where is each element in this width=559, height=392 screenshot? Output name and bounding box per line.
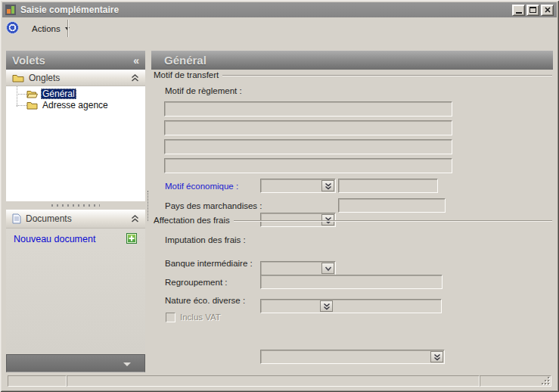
vertical-splitter-handle[interactable] (148, 191, 148, 221)
folder-icon (26, 101, 38, 110)
transfer-group-title: Motif de transfert (154, 70, 552, 79)
dialog-window: Saisie complémentaire Actions Volets « O… (0, 0, 559, 392)
close-icon (545, 7, 551, 13)
nature-eco-diverse-combobox[interactable] (260, 350, 445, 364)
resize-grip-icon[interactable] (542, 377, 551, 386)
documents-label: Documents (26, 213, 72, 224)
tree-connector (17, 94, 26, 95)
motif-reglement-input-4[interactable] (164, 158, 452, 173)
sidebar-header: Volets « (6, 51, 145, 70)
onglets-label: Onglets (29, 73, 60, 83)
main-title: Général (164, 54, 207, 67)
imputation-frais-combobox[interactable] (260, 261, 336, 275)
statusbar-panel-left (8, 375, 67, 387)
collapse-panel-icon[interactable]: « (133, 55, 139, 66)
actions-label: Actions (32, 24, 61, 33)
frais-group-title: Affectation des frais (154, 216, 552, 225)
double-chevron-down-icon[interactable] (321, 180, 334, 191)
document-icon (12, 213, 21, 224)
target-icon[interactable] (6, 21, 19, 34)
chevron-down-icon[interactable] (321, 263, 334, 274)
inclus-vat-label: Inclus VAT (180, 313, 221, 322)
add-document-button[interactable] (126, 233, 137, 244)
imputation-frais-label: Imputation des frais : (165, 235, 246, 244)
sidebar-bottom-dropdown[interactable] (6, 354, 145, 372)
tree-item-adresse-agence[interactable]: Adresse agence (26, 99, 110, 111)
actions-button[interactable]: Actions (24, 20, 77, 37)
minimize-icon (516, 12, 522, 14)
onglets-section-header[interactable]: Onglets (6, 70, 145, 86)
tree-item-label: Adresse agence (41, 100, 110, 110)
maximize-icon (529, 7, 536, 13)
documents-panel: Nouveau document (6, 229, 145, 353)
toolbar: Actions (2, 17, 557, 40)
group-divider (234, 220, 552, 221)
folder-icon (12, 73, 24, 82)
statusbar-panel-right (480, 375, 551, 387)
minimize-button[interactable] (512, 5, 525, 16)
maximize-button[interactable] (526, 5, 539, 16)
plus-icon (129, 235, 135, 241)
pays-marchandises-input[interactable] (338, 198, 446, 213)
banque-intermediaire-combobox[interactable] (260, 299, 442, 313)
motif-economique-combobox[interactable] (260, 179, 336, 193)
tree-item-general[interactable]: Général (26, 88, 76, 100)
app-icon (5, 5, 16, 15)
motif-reglement-input-3[interactable] (164, 139, 452, 154)
chevrons-up-icon[interactable] (131, 215, 139, 222)
motif-reglement-input-2[interactable] (164, 120, 452, 135)
documents-section-header[interactable]: Documents (6, 210, 145, 229)
chevrons-up-icon[interactable] (131, 74, 139, 82)
tree-connector (17, 105, 26, 106)
motif-reglement-input-1[interactable] (164, 101, 452, 117)
motif-reglement-label: Motif de règlement : (165, 86, 242, 95)
close-button[interactable] (541, 5, 554, 16)
toolbar-separator (67, 20, 68, 37)
nature-eco-diverse-label: Nature éco. diverse : (165, 296, 245, 305)
new-document-link[interactable]: Nouveau document (14, 234, 95, 244)
double-chevron-down-icon[interactable] (320, 300, 333, 312)
folder-open-icon (26, 89, 38, 98)
grip-dots-icon (51, 204, 100, 207)
window-title: Saisie complémentaire (20, 5, 119, 15)
regroupement-label: Regroupement : (165, 278, 227, 287)
motif-economique-input[interactable] (338, 179, 438, 193)
chevron-down-icon (123, 362, 131, 366)
main-header: Général (151, 51, 553, 70)
statusbar (3, 374, 556, 389)
statusbar-panel-center (67, 375, 480, 387)
double-chevron-down-icon[interactable] (430, 351, 443, 362)
pays-marchandises-label: Pays des marchandises : (165, 201, 262, 210)
titlebar[interactable]: Saisie complémentaire (2, 2, 557, 17)
regroupement-input[interactable] (260, 275, 443, 289)
banque-intermediaire-label: Banque intermédiaire : (165, 259, 253, 268)
tree-item-label: Général (41, 89, 76, 99)
inclus-vat-checkbox[interactable] (166, 313, 175, 322)
group-divider (222, 75, 552, 76)
sidebar-splitter-handle[interactable] (6, 201, 145, 209)
motif-economique-label[interactable]: Motif économique : (165, 182, 238, 191)
sidebar-title: Volets (12, 54, 45, 67)
onglets-tree: Général Adresse agence (6, 86, 145, 201)
tree-connector (17, 86, 17, 107)
